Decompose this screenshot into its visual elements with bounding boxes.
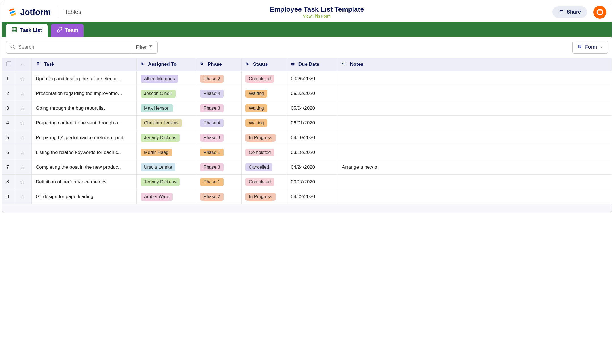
status-cell[interactable]: Waiting — [242, 86, 287, 101]
status-tag[interactable]: Waiting — [245, 104, 267, 112]
phase-cell[interactable]: Phase 2 — [196, 71, 242, 86]
assigned-cell[interactable]: Joseph O'neill — [137, 86, 196, 101]
col-phase[interactable]: Phase — [196, 58, 242, 71]
due-cell[interactable]: 03/26/2020 — [287, 71, 338, 86]
status-tag[interactable]: Cancelled — [245, 163, 272, 171]
view-form-link[interactable]: View This Form — [303, 14, 331, 18]
status-cell[interactable]: In Progress — [242, 130, 287, 145]
assigned-cell[interactable]: Max Henson — [137, 101, 196, 116]
due-cell[interactable]: 03/17/2020 — [287, 175, 338, 189]
due-cell[interactable]: 04/10/2020 — [287, 130, 338, 145]
table-row[interactable]: 5☆Preparing Q1 performance metrics repor… — [2, 130, 612, 145]
checkbox-icon[interactable] — [6, 61, 11, 66]
star-cell[interactable]: ☆ — [16, 116, 32, 130]
star-cell[interactable]: ☆ — [16, 160, 32, 175]
phase-tag[interactable]: Phase 1 — [200, 178, 224, 186]
search-box[interactable] — [6, 41, 131, 53]
status-cell[interactable]: Completed — [242, 175, 287, 189]
notes-cell[interactable] — [338, 116, 612, 130]
status-tag[interactable]: Completed — [245, 149, 274, 156]
assigned-tag[interactable]: Ursula Lemke — [141, 163, 175, 171]
assigned-cell[interactable]: Christina Jenkins — [137, 116, 196, 130]
status-cell[interactable]: Completed — [242, 145, 287, 160]
task-cell[interactable]: Preparing Q1 performance metrics report — [32, 130, 137, 145]
phase-cell[interactable]: Phase 1 — [196, 145, 242, 160]
phase-tag[interactable]: Phase 4 — [200, 119, 224, 127]
col-task[interactable]: Task — [32, 58, 137, 71]
assigned-cell[interactable]: Ursula Lemke — [137, 160, 196, 175]
phase-tag[interactable]: Phase 4 — [200, 90, 224, 98]
phase-tag[interactable]: Phase 2 — [200, 75, 224, 83]
notes-cell[interactable] — [338, 175, 612, 189]
phase-cell[interactable]: Phase 3 — [196, 101, 242, 116]
phase-tag[interactable]: Phase 3 — [200, 163, 224, 171]
notes-cell[interactable] — [338, 86, 612, 101]
status-tag[interactable]: In Progress — [245, 193, 276, 201]
task-cell[interactable]: Updating and testing the color selectio… — [32, 71, 137, 86]
assigned-tag[interactable]: Merlin Haag — [141, 149, 172, 156]
status-cell[interactable]: Completed — [242, 71, 287, 86]
table-row[interactable]: 2☆Presentation regarding the improveme…J… — [2, 86, 612, 101]
status-tag[interactable]: Waiting — [245, 119, 267, 127]
task-cell[interactable]: Going through the bug report list — [32, 101, 137, 116]
status-cell[interactable]: Waiting — [242, 101, 287, 116]
phase-tag[interactable]: Phase 3 — [200, 104, 224, 112]
notes-cell[interactable] — [338, 71, 612, 86]
expand-header[interactable] — [16, 58, 32, 71]
star-cell[interactable]: ☆ — [16, 86, 32, 101]
star-cell[interactable]: ☆ — [16, 175, 32, 189]
notes-cell[interactable] — [338, 101, 612, 116]
col-assigned[interactable]: Assigned To — [137, 58, 196, 71]
phase-tag[interactable]: Phase 3 — [200, 134, 224, 142]
due-cell[interactable]: 05/22/2020 — [287, 86, 338, 101]
col-status[interactable]: Status — [242, 58, 287, 71]
status-tag[interactable]: Waiting — [245, 90, 267, 98]
assigned-tag[interactable]: Amber Ware — [141, 193, 173, 201]
share-button[interactable]: Share — [552, 6, 587, 18]
task-cell[interactable]: Presentation regarding the improveme… — [32, 86, 137, 101]
table-row[interactable]: 4☆Preparing content to be sent through a… — [2, 116, 612, 130]
status-cell[interactable]: In Progress — [242, 189, 287, 204]
star-cell[interactable]: ☆ — [16, 189, 32, 204]
assigned-cell[interactable]: Amber Ware — [137, 189, 196, 204]
assigned-tag[interactable]: Jeremy Dickens — [141, 134, 180, 142]
phase-cell[interactable]: Phase 3 — [196, 130, 242, 145]
search-input[interactable] — [18, 44, 127, 50]
due-cell[interactable]: 05/04/2020 — [287, 101, 338, 116]
status-cell[interactable]: Cancelled — [242, 160, 287, 175]
assigned-tag[interactable]: Joseph O'neill — [141, 90, 176, 98]
assigned-cell[interactable]: Albert Morgans — [137, 71, 196, 86]
table-row[interactable]: 1☆Updating and testing the color selecti… — [2, 71, 612, 86]
phase-tag[interactable]: Phase 2 — [200, 193, 224, 201]
due-cell[interactable]: 04/24/2020 — [287, 160, 338, 175]
notes-cell[interactable]: Arrange a new o — [338, 160, 612, 175]
task-cell[interactable]: Gif design for page loading — [32, 189, 137, 204]
star-cell[interactable]: ☆ — [16, 71, 32, 86]
phase-cell[interactable]: Phase 4 — [196, 116, 242, 130]
tab-team[interactable]: Team — [51, 24, 84, 37]
phase-cell[interactable]: Phase 2 — [196, 189, 242, 204]
notes-cell[interactable] — [338, 189, 612, 204]
task-cell[interactable]: Preparing content to be sent through a… — [32, 116, 137, 130]
select-all-cell[interactable] — [2, 58, 16, 71]
assigned-cell[interactable]: Jeremy Dickens — [137, 130, 196, 145]
filter-button[interactable]: Filter — [131, 41, 157, 53]
table-row[interactable]: 8☆Definition of performance metricsJerem… — [2, 175, 612, 189]
tab-task-list[interactable]: Task List — [6, 24, 48, 37]
due-cell[interactable]: 06/01/2020 — [287, 116, 338, 130]
phase-cell[interactable]: Phase 4 — [196, 86, 242, 101]
assigned-cell[interactable]: Merlin Haag — [137, 145, 196, 160]
status-tag[interactable]: Completed — [245, 75, 274, 83]
form-view-button[interactable]: Form — [572, 41, 608, 54]
status-cell[interactable]: Waiting — [242, 116, 287, 130]
brand-logo[interactable]: Jotform — [8, 7, 51, 17]
due-cell[interactable]: 04/02/2020 — [287, 189, 338, 204]
star-cell[interactable]: ☆ — [16, 130, 32, 145]
col-due[interactable]: Due Date — [287, 58, 338, 71]
notes-cell[interactable] — [338, 145, 612, 160]
phase-cell[interactable]: Phase 3 — [196, 160, 242, 175]
task-cell[interactable]: Definition of performance metrics — [32, 175, 137, 189]
due-cell[interactable]: 03/18/2020 — [287, 145, 338, 160]
assigned-tag[interactable]: Christina Jenkins — [141, 119, 182, 127]
assigned-tag[interactable]: Albert Morgans — [141, 75, 178, 83]
